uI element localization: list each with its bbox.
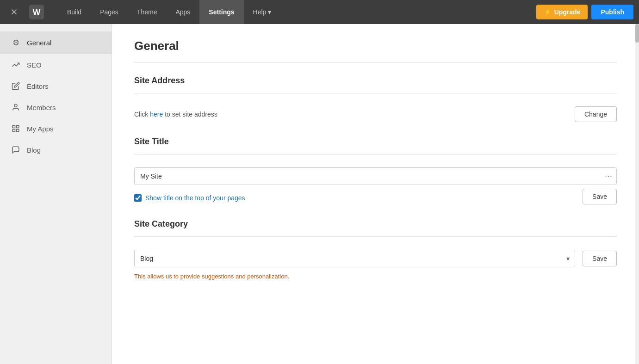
pencil-icon <box>11 82 20 90</box>
nav-pages[interactable]: Pages <box>91 0 128 24</box>
nav-help[interactable]: Help ▾ <box>244 0 281 24</box>
scrollbar-track[interactable] <box>635 24 639 364</box>
chat-icon <box>11 146 20 154</box>
sidebar: ⚙ General SEO Editors Members My Apps <box>0 24 112 364</box>
upgrade-label: Upgrade <box>554 8 581 16</box>
site-category-heading: Site Category <box>134 219 617 229</box>
svg-text:W: W <box>33 8 41 17</box>
site-address-title: Site Address <box>134 76 617 86</box>
site-category-note: This allows us to provide suggestions an… <box>134 273 617 280</box>
site-title-inner: ⋯ Show title on the top of your pages Sa… <box>134 167 617 204</box>
site-address-divider <box>134 93 617 93</box>
site-category-divider <box>134 236 617 237</box>
close-button[interactable]: ✕ <box>6 3 23 21</box>
publish-button[interactable]: Publish <box>591 5 633 19</box>
site-address-before: Click <box>134 111 150 118</box>
nav-links: Build Pages Theme Apps Settings Help ▾ <box>58 0 536 24</box>
nav-apps[interactable]: Apps <box>166 0 199 24</box>
svg-rect-6 <box>17 130 19 132</box>
svg-point-2 <box>14 104 17 107</box>
site-title-input[interactable] <box>134 167 617 185</box>
site-category-section: Site Category Blog Business Portfolio Pe… <box>134 219 617 280</box>
site-category-select-wrapper: Blog Business Portfolio Personal Online … <box>134 250 575 267</box>
site-category-row: Blog Business Portfolio Personal Online … <box>134 250 617 267</box>
site-category-select[interactable]: Blog Business Portfolio Personal Online … <box>134 250 575 267</box>
site-title-save-button[interactable]: Save <box>583 189 617 204</box>
show-title-label[interactable]: Show title on the top of your pages <box>145 194 245 202</box>
page-title-divider <box>134 62 617 63</box>
lightning-icon: ⚡ <box>544 8 552 16</box>
trend-icon <box>11 61 20 69</box>
sidebar-label-blog: Blog <box>27 146 41 154</box>
svg-rect-4 <box>17 125 19 128</box>
svg-rect-5 <box>12 130 15 132</box>
show-title-checkbox-row: Show title on the top of your pages <box>134 194 583 202</box>
svg-rect-3 <box>12 125 15 128</box>
sidebar-item-members[interactable]: Members <box>0 97 112 118</box>
show-title-checkbox[interactable] <box>134 194 142 202</box>
input-options-icon: ⋯ <box>605 172 612 181</box>
sidebar-item-blog[interactable]: Blog <box>0 139 112 160</box>
apps-grid-icon <box>11 124 20 133</box>
sidebar-label-my-apps: My Apps <box>27 125 54 133</box>
sidebar-item-general[interactable]: ⚙ General <box>0 31 112 54</box>
sidebar-label-editors: Editors <box>27 82 49 90</box>
sidebar-item-my-apps[interactable]: My Apps <box>0 118 112 139</box>
sidebar-item-seo[interactable]: SEO <box>0 54 112 75</box>
user-icon <box>11 103 20 111</box>
page-title: General <box>134 39 617 53</box>
site-title-divider <box>134 154 617 154</box>
scrollbar-thumb[interactable] <box>635 24 639 43</box>
site-title-input-wrapper: ⋯ <box>134 167 617 185</box>
site-title-checkbox-area: Show title on the top of your pages <box>134 189 583 202</box>
nav-settings[interactable]: Settings <box>199 0 243 24</box>
site-address-section: Site Address Click here to set site addr… <box>134 76 617 122</box>
site-address-link[interactable]: here <box>150 111 163 118</box>
site-category-save-button[interactable]: Save <box>583 251 617 266</box>
logo: W <box>28 4 45 20</box>
change-address-button[interactable]: Change <box>575 106 617 122</box>
site-address-text: Click here to set site address <box>134 111 217 118</box>
gear-icon: ⚙ <box>11 38 20 48</box>
nav-theme[interactable]: Theme <box>128 0 167 24</box>
sidebar-label-general: General <box>27 39 51 47</box>
sidebar-item-editors[interactable]: Editors <box>0 75 112 97</box>
site-title-section: Site Title ⋯ Show title on the top of yo… <box>134 137 617 204</box>
site-address-row: Click here to set site address Change <box>134 106 617 122</box>
site-address-after: to set site address <box>163 111 217 118</box>
site-title-heading: Site Title <box>134 137 617 147</box>
sidebar-label-members: Members <box>27 104 56 111</box>
site-title-bottom: Show title on the top of your pages Save <box>134 189 617 204</box>
main-content: General Site Address Click here to set s… <box>112 24 639 364</box>
top-nav: ✕ W Build Pages Theme Apps Settings Help… <box>0 0 639 24</box>
nav-right-actions: ⚡ Upgrade Publish <box>536 5 633 19</box>
upgrade-button[interactable]: ⚡ Upgrade <box>536 5 588 19</box>
nav-build[interactable]: Build <box>58 0 91 24</box>
sidebar-label-seo: SEO <box>27 61 42 69</box>
site-title-input-row: ⋯ <box>134 167 617 185</box>
layout: ⚙ General SEO Editors Members My Apps <box>0 24 639 364</box>
